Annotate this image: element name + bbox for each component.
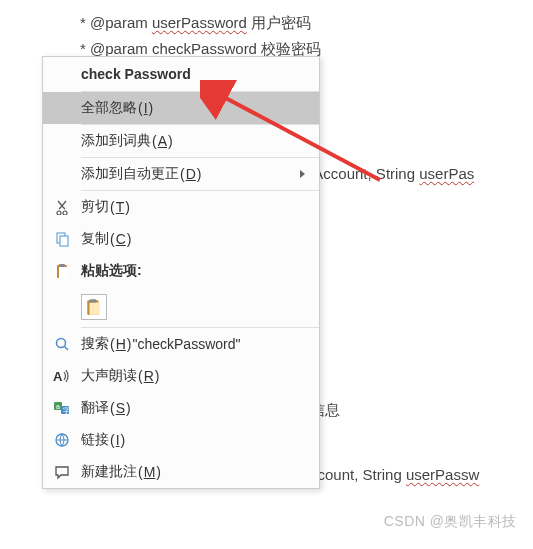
translate-icon: a字: [43, 400, 81, 416]
menu-label: 大声朗读(R): [81, 367, 311, 385]
menu-label: 翻译(S): [81, 399, 311, 417]
watermark: CSDN @奥凯丰科技: [384, 513, 517, 531]
svg-rect-4: [59, 264, 65, 267]
menu-label: 添加到自动更正(D): [81, 165, 300, 183]
comment-icon: [43, 464, 81, 480]
menu-label: 粘贴选项:: [81, 262, 142, 280]
menu-item-add-autocorrect[interactable]: 添加到自动更正(D): [43, 158, 319, 190]
svg-rect-7: [90, 299, 97, 302]
menu-item-cut[interactable]: 剪切(T): [43, 191, 319, 223]
copy-icon: [43, 231, 81, 247]
spell-error-word[interactable]: checkPassword: [152, 40, 257, 57]
spell-error-word: userPassw: [406, 466, 479, 483]
search-icon: [43, 336, 81, 352]
spell-error-word: userPas: [419, 165, 474, 182]
code-text: 校验密码: [257, 40, 321, 57]
menu-item-paste-options: 粘贴选项:: [43, 255, 319, 287]
menu-item-read-aloud[interactable]: A 大声朗读(R): [43, 360, 319, 392]
menu-label: 复制(C): [81, 230, 311, 248]
code-text: * @param: [80, 40, 152, 57]
menu-label: 新建批注(M): [81, 463, 311, 481]
svg-rect-1: [60, 236, 68, 246]
paste-keep-source-button[interactable]: [81, 294, 107, 320]
menu-item-translate[interactable]: a字 翻译(S): [43, 392, 319, 424]
svg-line-9: [65, 347, 69, 351]
menu-item-ignore-all[interactable]: 全部忽略(I): [43, 92, 319, 124]
svg-rect-3: [59, 267, 67, 278]
spell-error-word[interactable]: userPassword: [152, 14, 247, 31]
menu-item-copy[interactable]: 复制(C): [43, 223, 319, 255]
link-icon: [43, 432, 81, 448]
code-line: * @param userPassword 用户密码: [0, 10, 533, 36]
svg-rect-6: [90, 303, 100, 315]
code-text: 用户密码: [247, 14, 311, 31]
menu-label: check Password: [81, 66, 191, 82]
menu-label: 添加到词典(A): [81, 132, 311, 150]
svg-text:a: a: [56, 403, 60, 410]
menu-item-add-dictionary[interactable]: 添加到词典(A): [43, 125, 319, 157]
menu-item-new-comment[interactable]: 新建批注(M): [43, 456, 319, 488]
svg-text:字: 字: [63, 407, 70, 414]
svg-point-8: [57, 339, 66, 348]
menu-label: 剪切(T): [81, 198, 311, 216]
menu-item-link[interactable]: 链接(I): [43, 424, 319, 456]
paste-option-row: [43, 287, 319, 327]
read-aloud-icon: A: [43, 368, 81, 384]
menu-item-search[interactable]: 搜索(H)"checkPassword": [43, 328, 319, 360]
clipboard-icon: [43, 263, 81, 279]
scissors-icon: [43, 199, 81, 215]
context-menu: check Password 全部忽略(I) 添加到词典(A) 添加到自动更正(…: [42, 56, 320, 489]
menu-label: 链接(I): [81, 431, 311, 449]
menu-label: 搜索(H)"checkPassword": [81, 335, 311, 353]
menu-label: 全部忽略(I): [81, 99, 311, 117]
menu-item-suggestion[interactable]: check Password: [43, 57, 319, 91]
submenu-arrow-icon: [300, 170, 305, 178]
code-text: * @param: [80, 14, 152, 31]
svg-text:A: A: [53, 369, 63, 384]
